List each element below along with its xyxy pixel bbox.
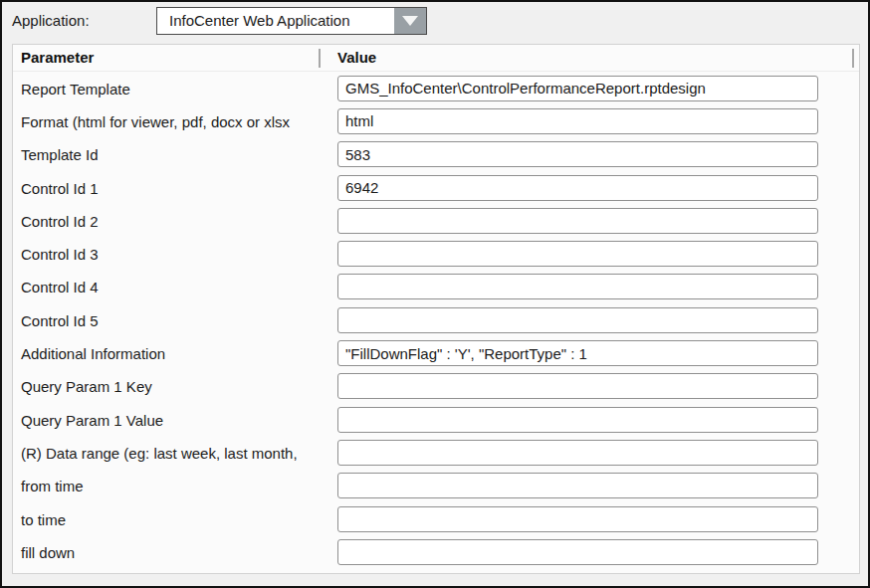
application-dropdown[interactable]: InfoCenter Web Application bbox=[156, 7, 427, 35]
column-separator bbox=[852, 49, 854, 68]
parameter-value-input[interactable] bbox=[337, 175, 818, 201]
chevron-down-icon bbox=[402, 16, 418, 26]
parameter-value-input[interactable] bbox=[337, 241, 818, 267]
parameter-value-input[interactable] bbox=[337, 108, 818, 134]
application-selector-bar: Application: InfoCenter Web Application bbox=[2, 2, 868, 42]
table-row: from time bbox=[13, 470, 859, 502]
parameter-name-label: (R) Data range (eg: last week, last mont… bbox=[21, 444, 298, 461]
table-row: Control Id 3 bbox=[13, 237, 859, 270]
table-row: Format (html for viewer, pdf, docx or xl… bbox=[13, 104, 859, 137]
parameter-value-input[interactable] bbox=[337, 141, 818, 167]
parameter-value-input[interactable] bbox=[337, 440, 818, 466]
parameter-name-label: Template Id bbox=[21, 146, 99, 163]
parameter-table-header: Parameter Value bbox=[13, 45, 859, 72]
parameter-name-label: Query Param 1 Key bbox=[21, 378, 152, 395]
parameter-rows: Report TemplateFormat (html for viewer, … bbox=[13, 72, 859, 568]
parameter-name-label: to time bbox=[21, 510, 66, 527]
parameter-name-label: Control Id 3 bbox=[21, 246, 99, 263]
parameter-value-input[interactable] bbox=[337, 473, 818, 498]
table-row: Control Id 2 bbox=[13, 204, 859, 237]
parameter-name-label: Control Id 5 bbox=[21, 311, 99, 328]
parameter-name-label: Control Id 4 bbox=[21, 279, 99, 295]
parameter-value-input[interactable] bbox=[337, 506, 818, 532]
parameter-name-label: Report Template bbox=[21, 80, 130, 97]
table-row: Control Id 4 bbox=[13, 271, 859, 303]
table-row: Control Id 5 bbox=[13, 303, 859, 336]
parameter-name-label: Additional Information bbox=[21, 345, 165, 362]
parameter-name-label: Format (html for viewer, pdf, docx or xl… bbox=[21, 112, 290, 129]
parameter-value-input[interactable] bbox=[337, 274, 818, 299]
table-row: fill down bbox=[13, 535, 859, 568]
parameter-value-input[interactable] bbox=[337, 208, 818, 234]
column-separator bbox=[319, 49, 321, 68]
table-row: Control Id 1 bbox=[13, 171, 859, 204]
parameter-value-input[interactable] bbox=[337, 373, 818, 399]
application-label: Application: bbox=[12, 12, 90, 29]
table-row: Template Id bbox=[13, 138, 859, 171]
table-row: to time bbox=[13, 502, 859, 535]
table-row: Query Param 1 Key bbox=[13, 370, 859, 403]
parameter-value-input[interactable] bbox=[337, 539, 818, 565]
parameter-name-label: fill down bbox=[21, 543, 75, 560]
application-dropdown-selected-value: InfoCenter Web Application bbox=[157, 8, 394, 34]
table-row: Report Template bbox=[13, 72, 859, 104]
parameter-name-label: Control Id 1 bbox=[21, 179, 99, 196]
application-dropdown-button[interactable] bbox=[394, 8, 426, 34]
parameter-name-label: Query Param 1 Value bbox=[21, 411, 163, 428]
table-row: (R) Data range (eg: last week, last mont… bbox=[13, 436, 859, 469]
parameter-table: Parameter Value Report TemplateFormat (h… bbox=[12, 44, 860, 574]
column-header-value: Value bbox=[337, 45, 376, 71]
parameter-name-label: Control Id 2 bbox=[21, 212, 99, 229]
parameter-name-label: from time bbox=[21, 478, 84, 494]
application-parameters-window: Application: InfoCenter Web Application … bbox=[0, 0, 870, 588]
parameter-value-input[interactable] bbox=[337, 340, 818, 366]
parameter-value-input[interactable] bbox=[337, 407, 818, 433]
table-row: Query Param 1 Value bbox=[13, 403, 859, 436]
column-header-parameter: Parameter bbox=[21, 45, 94, 71]
parameter-value-input[interactable] bbox=[337, 307, 818, 333]
parameter-value-input[interactable] bbox=[337, 76, 818, 101]
table-row: Additional Information bbox=[13, 336, 859, 369]
